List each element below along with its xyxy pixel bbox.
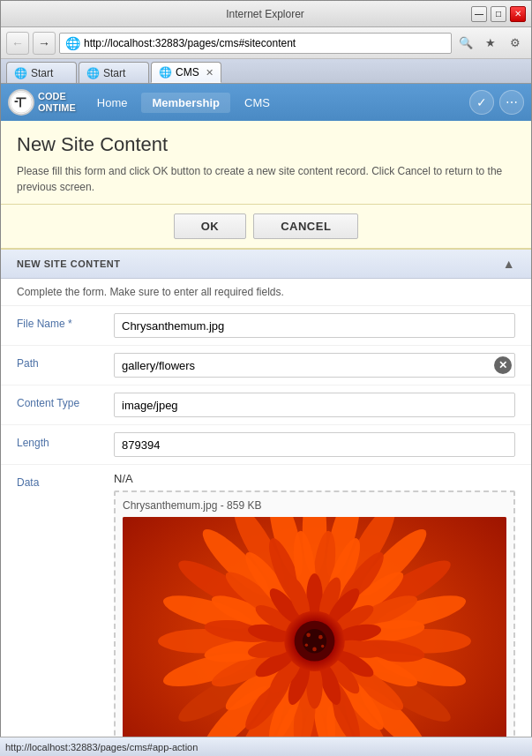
page-content: New Site Content Please fill this form a… — [1, 121, 531, 756]
data-na-text: N/A — [114, 472, 515, 485]
path-field: ✕ — [114, 353, 515, 378]
svg-point-74 — [305, 644, 308, 647]
logo-icon — [8, 89, 34, 116]
data-label: Data — [17, 472, 114, 489]
data-file-label: Chrysanthemum.jpg - 859 KB — [123, 499, 506, 512]
address-bar: 🌐 — [59, 33, 452, 54]
app-logo: CODE ONTIME — [8, 89, 76, 116]
ok-button[interactable]: OK — [174, 213, 247, 239]
nav-more-button[interactable]: ⋯ — [499, 90, 524, 115]
path-row: Path ✕ — [1, 346, 531, 385]
maximize-button[interactable]: □ — [491, 6, 506, 22]
close-button[interactable]: ✕ — [510, 6, 526, 22]
length-row: Length — [1, 425, 531, 465]
svg-point-72 — [318, 635, 323, 640]
back-button[interactable]: ← — [6, 32, 29, 55]
data-row: Data N/A Chrysanthemum.jpg - 859 KB — [1, 465, 531, 756]
settings-button[interactable]: ⚙ — [505, 33, 526, 54]
logo-text: CODE ONTIME — [38, 91, 76, 114]
window-title: Internet Explorer — [226, 8, 304, 20]
file-name-field — [114, 313, 515, 338]
tab-label-3: CMS — [176, 66, 199, 79]
tab-label-2: Start — [103, 67, 125, 79]
nav-actions: ✓ ⋯ — [469, 90, 524, 115]
svg-point-75 — [321, 645, 324, 647]
tab-favicon-3: 🌐 — [159, 66, 172, 79]
svg-point-73 — [312, 647, 317, 652]
page-description: Please fill this form and click OK butto… — [17, 163, 515, 195]
path-field-wrapper: ✕ — [114, 353, 515, 378]
svg-point-71 — [306, 633, 311, 638]
address-input[interactable] — [84, 37, 446, 49]
forward-button[interactable]: → — [33, 32, 56, 55]
length-field — [114, 432, 515, 457]
minimize-button[interactable]: — — [471, 6, 487, 22]
page-title: New Site Content — [17, 133, 515, 156]
nav-item-membership[interactable]: Membership — [141, 93, 230, 113]
data-field-area: N/A Chrysanthemum.jpg - 859 KB — [114, 472, 515, 756]
nav-ok-button[interactable]: ✓ — [469, 90, 494, 115]
form-hint: Complete the form. Make sure to enter al… — [1, 279, 531, 306]
form-section-header: NEW SITE CONTENT ▲ — [1, 250, 531, 279]
content-type-row: Content Type — [1, 385, 531, 425]
tab-start-2[interactable]: 🌐 Start — [79, 62, 149, 83]
section-title: NEW SITE CONTENT — [17, 258, 120, 269]
tab-start-1[interactable]: 🌐 Start — [6, 62, 77, 83]
data-image-preview — [123, 517, 506, 755]
app-navbar: CODE ONTIME Home Membership CMS ✓ ⋯ — [1, 84, 531, 121]
page-header: New Site Content Please fill this form a… — [1, 121, 531, 205]
tab-close-button[interactable]: ✕ — [206, 67, 214, 79]
nav-item-cms[interactable]: CMS — [234, 93, 281, 113]
cancel-button[interactable]: CANCEL — [253, 213, 358, 239]
status-url: http://localhost:32883/pages/cms#app-act… — [5, 742, 198, 752]
form-section: NEW SITE CONTENT ▲ Complete the form. Ma… — [1, 250, 531, 756]
file-name-row: File Name * — [1, 306, 531, 346]
path-input[interactable] — [114, 353, 515, 378]
path-clear-button[interactable]: ✕ — [494, 356, 512, 374]
nav-item-home[interactable]: Home — [86, 93, 139, 113]
search-button[interactable]: 🔍 — [455, 33, 476, 54]
length-label: Length — [17, 432, 114, 449]
browser-titlebar: Internet Explorer — □ ✕ — [1, 1, 531, 27]
browser-tabs: 🌐 Start 🌐 Start 🌐 CMS ✕ — [1, 59, 531, 84]
browser-toolbar: ← → 🌐 🔍 ★ ⚙ — [1, 27, 531, 59]
toolbar-right: 🔍 ★ ⚙ — [455, 33, 526, 54]
address-bar-icon: 🌐 — [65, 36, 80, 50]
content-type-label: Content Type — [17, 393, 114, 409]
content-type-input[interactable] — [114, 393, 515, 417]
content-type-field — [114, 393, 515, 417]
data-upload-area[interactable]: Chrysanthemum.jpg - 859 KB — [114, 490, 515, 756]
tab-cms[interactable]: 🌐 CMS ✕ — [151, 62, 221, 83]
window-controls: — □ ✕ — [471, 6, 526, 22]
section-collapse-button[interactable]: ▲ — [503, 257, 515, 271]
action-bar: OK CANCEL — [1, 205, 531, 250]
status-bar: http://localhost:32883/pages/cms#app-act… — [0, 737, 532, 756]
file-name-label: File Name * — [17, 313, 114, 330]
tab-label-1: Start — [31, 67, 53, 79]
favorites-button[interactable]: ★ — [480, 33, 501, 54]
length-input[interactable] — [114, 432, 515, 457]
tab-favicon-1: 🌐 — [14, 67, 27, 79]
path-label: Path — [17, 353, 114, 370]
tab-favicon-2: 🌐 — [86, 67, 100, 79]
file-name-input[interactable] — [114, 313, 515, 338]
